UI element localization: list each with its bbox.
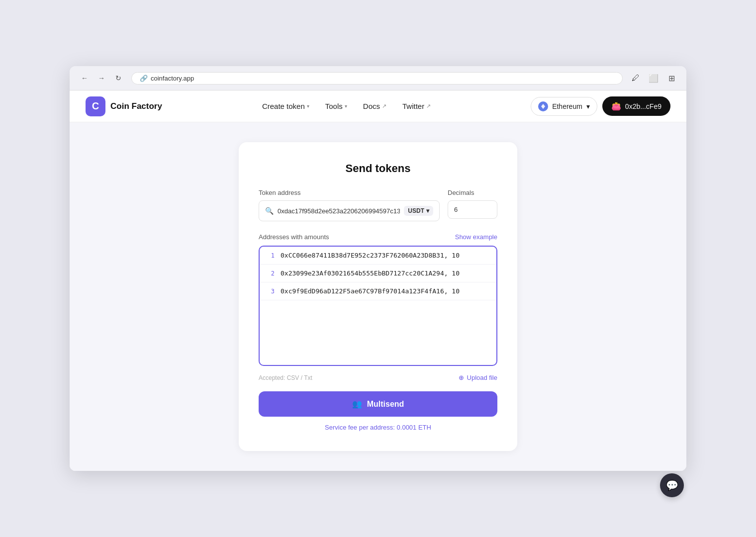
nav-docs[interactable]: Docs ↗ xyxy=(357,98,392,114)
wallet-icon: 👛 xyxy=(611,101,621,111)
nav-tools-label: Tools xyxy=(325,102,343,110)
nav-docs-label: Docs xyxy=(363,102,380,110)
page-title: Send tokens xyxy=(259,162,497,175)
navbar-nav: Create token ▾ Tools ▾ Docs ↗ Twitter ↗ xyxy=(256,98,437,114)
token-address-group: Token address 🔍 USDT ▾ xyxy=(259,189,440,221)
svg-marker-0 xyxy=(541,104,545,109)
address-text-3: 0xc9f9EdD96aD122F5ae67C97Bf97014a123F4fA… xyxy=(281,287,460,295)
decimals-group: Decimals xyxy=(448,189,497,221)
browser-nav-buttons: ← → ↻ xyxy=(78,71,125,85)
network-chevron: ▾ xyxy=(586,102,590,110)
logo-letter: C xyxy=(92,100,99,112)
chevron-down-icon: ▾ xyxy=(426,207,429,214)
address-row: 2 0x23099e23Af03021654b555EbBD7127cc20C1… xyxy=(260,265,496,282)
nav-tools[interactable]: Tools ▾ xyxy=(319,98,353,114)
service-fee: Service fee per address: 0.0001 ETH xyxy=(259,424,497,431)
ethereum-icon xyxy=(538,101,548,111)
address-row: 1 0xCC066e87411B38d7E952c2373F762060A23D… xyxy=(260,247,496,265)
chevron-down-icon: ▾ xyxy=(307,103,309,109)
token-address-input[interactable] xyxy=(278,207,400,215)
multisend-label: Multisend xyxy=(367,400,404,409)
nav-twitter[interactable]: Twitter ↗ xyxy=(396,98,437,114)
send-tokens-card: Send tokens Token address 🔍 USDT ▾ xyxy=(239,142,517,451)
logo-icon: C xyxy=(86,96,105,116)
address-text-1: 0xCC066e87411B38d7E952c2373F762060A23D8B… xyxy=(281,252,460,259)
tab-button[interactable]: ⬜ xyxy=(647,71,661,85)
address-row: 3 0xc9f9EdD96aD122F5ae67C97Bf97014a123F4… xyxy=(260,282,496,300)
nav-create-token-label: Create token xyxy=(262,102,305,110)
search-icon: 🔍 xyxy=(265,207,274,215)
navbar-logo: C Coin Factory xyxy=(86,96,162,116)
addresses-label: Addresses with amounts xyxy=(259,233,329,241)
chat-icon: 💬 xyxy=(666,479,678,491)
upload-icon: ⊕ xyxy=(459,374,464,381)
app-name: Coin Factory xyxy=(110,101,162,111)
address-bar[interactable]: 🔗 coinfactory.app xyxy=(131,72,623,85)
token-symbol: USDT xyxy=(408,207,424,214)
address-text-2: 0x23099e23Af03021654b555EbBD7127cc20C1A2… xyxy=(281,269,460,277)
external-link-icon: ↗ xyxy=(382,103,386,109)
link-icon: 🔗 xyxy=(140,75,148,82)
split-button[interactable]: ⊞ xyxy=(664,71,678,85)
accepted-text: Accepted: CSV / Txt xyxy=(259,374,312,381)
app-content: C Coin Factory Create token ▾ Tools ▾ Do… xyxy=(70,90,686,471)
token-address-wrapper[interactable]: 🔍 USDT ▾ xyxy=(259,200,440,221)
browser-toolbar: ← → ↻ 🔗 coinfactory.app 🖊 ⬜ ⊞ xyxy=(70,66,686,90)
upload-label: Upload file xyxy=(467,374,497,381)
addresses-header: Addresses with amounts Show example xyxy=(259,233,497,241)
multisend-icon: 👥 xyxy=(352,399,362,409)
network-name: Ethereum xyxy=(552,102,582,110)
multisend-button[interactable]: 👥 Multisend xyxy=(259,391,497,417)
line-number-1: 1 xyxy=(267,252,275,259)
token-selector-button[interactable]: USDT ▾ xyxy=(404,206,433,216)
token-address-label: Token address xyxy=(259,189,440,196)
chat-button[interactable]: 💬 xyxy=(660,473,684,497)
navbar: C Coin Factory Create token ▾ Tools ▾ Do… xyxy=(70,90,686,122)
wallet-address: 0x2b...cFe9 xyxy=(625,102,662,110)
token-form-row: Token address 🔍 USDT ▾ Decimals xyxy=(259,189,497,221)
decimals-label: Decimals xyxy=(448,189,497,196)
network-selector[interactable]: Ethereum ▾ xyxy=(531,97,597,116)
upload-file-button[interactable]: ⊕ Upload file xyxy=(459,374,497,381)
show-example-button[interactable]: Show example xyxy=(455,233,497,241)
browser-window: ← → ↻ 🔗 coinfactory.app 🖊 ⬜ ⊞ C Coin Fac… xyxy=(70,66,686,471)
pin-button[interactable]: 🖊 xyxy=(629,71,643,85)
line-number-2: 2 xyxy=(267,270,275,277)
back-button[interactable]: ← xyxy=(78,71,92,85)
main-content: Send tokens Token address 🔍 USDT ▾ xyxy=(70,122,686,471)
nav-twitter-label: Twitter xyxy=(402,102,424,110)
external-link-icon: ↗ xyxy=(426,103,431,109)
browser-icons-right: 🖊 ⬜ ⊞ xyxy=(629,71,678,85)
addresses-section: Addresses with amounts Show example 1 0x… xyxy=(259,233,497,366)
decimals-input[interactable] xyxy=(448,200,497,219)
nav-create-token[interactable]: Create token ▾ xyxy=(256,98,315,114)
line-number-3: 3 xyxy=(267,288,275,295)
url-text: coinfactory.app xyxy=(151,75,194,82)
reload-button[interactable]: ↻ xyxy=(111,71,125,85)
addresses-textarea[interactable]: 1 0xCC066e87411B38d7E952c2373F762060A23D… xyxy=(259,246,497,366)
file-footer: Accepted: CSV / Txt ⊕ Upload file xyxy=(259,374,497,381)
navbar-actions: Ethereum ▾ 👛 0x2b...cFe9 xyxy=(531,96,670,116)
chevron-down-icon: ▾ xyxy=(345,103,347,109)
address-row-empty xyxy=(260,300,496,365)
forward-button[interactable]: → xyxy=(94,71,108,85)
wallet-button[interactable]: 👛 0x2b...cFe9 xyxy=(602,96,670,116)
